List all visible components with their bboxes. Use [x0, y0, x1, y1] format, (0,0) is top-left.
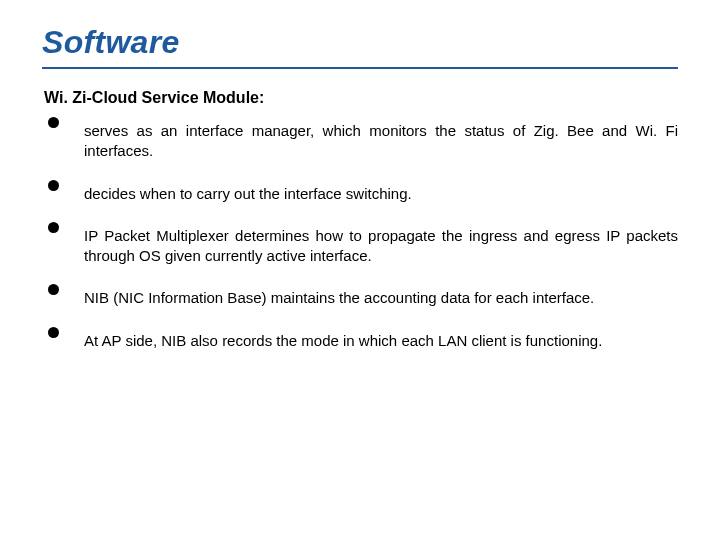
page-title: Software: [42, 24, 678, 61]
bullet-list: serves as an interface manager, which mo…: [42, 121, 678, 351]
subtitle: Wi. Zi-Cloud Service Module:: [44, 89, 678, 107]
title-underline: [42, 67, 678, 69]
list-item: serves as an interface manager, which mo…: [42, 121, 678, 162]
list-item: NIB (NIC Information Base) maintains the…: [42, 288, 678, 308]
list-item: At AP side, NIB also records the mode in…: [42, 331, 678, 351]
list-item: decides when to carry out the interface …: [42, 184, 678, 204]
slide: Software Wi. Zi-Cloud Service Module: se…: [0, 0, 720, 540]
list-item: IP Packet Multiplexer determines how to …: [42, 226, 678, 267]
